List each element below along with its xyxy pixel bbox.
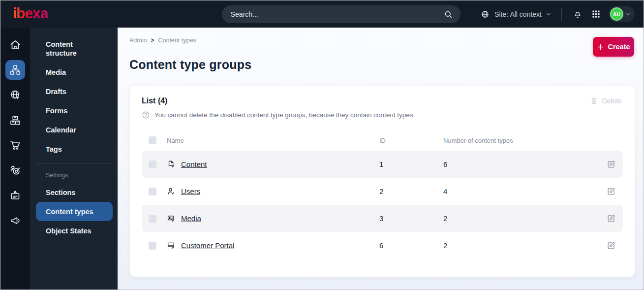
sidebar-menu: Content structure Media Drafts Forms Cal…: [30, 28, 118, 290]
row-count: 4: [443, 187, 596, 195]
campaign-megaphone-icon[interactable]: [5, 211, 25, 230]
media-image-icon: [167, 214, 176, 223]
delete-button[interactable]: Delete: [590, 97, 622, 105]
table-header-row: Name ID Number of content types: [142, 130, 623, 151]
notifications-bell-icon[interactable]: [572, 8, 583, 20]
settings-section-label: Settings: [36, 169, 113, 183]
group-link-users[interactable]: Users: [181, 187, 200, 195]
create-button-label: Create: [608, 43, 630, 51]
table-row: Content 1 6: [142, 151, 623, 178]
group-link-media[interactable]: Media: [181, 214, 201, 223]
search-icon[interactable]: [443, 9, 454, 20]
help-question-icon: [142, 111, 150, 119]
row-id: 6: [379, 241, 443, 250]
breadcrumb-admin[interactable]: Admin: [129, 37, 147, 44]
create-button[interactable]: Create: [593, 37, 634, 57]
row-count: 6: [443, 160, 596, 168]
app-grid-icon[interactable]: [590, 8, 602, 20]
search-input[interactable]: [231, 10, 443, 18]
ibexa-admin-window: ibexa Site: All context: [0, 0, 644, 290]
breadcrumb-content-types[interactable]: Content types: [158, 37, 196, 44]
content-type-groups-table: Name ID Number of content types: [142, 130, 623, 259]
menu-divider: [36, 163, 113, 164]
row-id: 3: [379, 214, 443, 223]
header-name: Name: [167, 137, 379, 144]
topbar-right-cluster: Site: All context AU: [480, 6, 635, 22]
sidebar-item-drafts[interactable]: Drafts: [36, 82, 113, 101]
table-row: Media 3 2: [142, 205, 623, 232]
table-row: Customer Portal 6 2: [142, 232, 623, 259]
breadcrumb-separator: >: [151, 37, 154, 44]
header-id: ID: [379, 137, 443, 144]
sidebar-item-object-states[interactable]: Object States: [36, 221, 113, 240]
ibexa-logo[interactable]: ibexa: [13, 6, 48, 23]
edit-icon[interactable]: [596, 214, 616, 223]
row-checkbox[interactable]: [149, 215, 156, 223]
sidebar-item-forms[interactable]: Forms: [36, 101, 113, 120]
badge-icon[interactable]: [5, 186, 25, 205]
icon-rail: [0, 28, 30, 290]
site-globe-icon[interactable]: [5, 85, 25, 105]
sidebar-item-media[interactable]: Media: [36, 63, 113, 82]
home-icon[interactable]: [5, 35, 25, 55]
products-boxes-icon[interactable]: [5, 110, 25, 130]
topbar: ibexa Site: All context: [0, 0, 644, 28]
select-all-checkbox[interactable]: [149, 136, 156, 144]
topbar-divider: [561, 8, 562, 21]
table-row: Users 2 4: [142, 178, 623, 205]
row-checkbox[interactable]: [149, 161, 156, 168]
breadcrumb: Admin > Content types: [129, 37, 635, 44]
chevron-down-icon: [546, 11, 552, 17]
personalization-target-icon[interactable]: [5, 161, 25, 180]
user-menu[interactable]: AU: [609, 6, 635, 22]
edit-icon[interactable]: [596, 160, 616, 169]
row-count: 2: [443, 241, 596, 250]
sidebar-item-calendar[interactable]: Calendar: [36, 120, 113, 139]
page-title: Content type groups: [129, 58, 635, 72]
globe-icon: [480, 9, 491, 20]
trash-icon: [590, 97, 598, 105]
users-person-icon: [167, 187, 176, 196]
avatar: AU: [610, 7, 623, 21]
customer-portal-monitor-icon: [167, 241, 176, 250]
info-row: You cannot delete the disabled content t…: [142, 111, 623, 119]
global-search[interactable]: [222, 5, 460, 23]
content-file-icon: [167, 160, 176, 169]
group-link-customer-portal[interactable]: Customer Portal: [181, 241, 234, 250]
group-link-content[interactable]: Content: [181, 160, 207, 168]
content-type-groups-card: List (4) You cannot delete the disabled …: [129, 85, 635, 277]
row-count: 2: [443, 214, 596, 223]
header-count: Number of content types: [443, 137, 596, 144]
row-checkbox[interactable]: [149, 242, 156, 250]
site-context-label: Site: All context: [494, 10, 542, 18]
sidebar-item-tags[interactable]: Tags: [36, 139, 113, 159]
info-text: You cannot delete the disabled content t…: [154, 111, 415, 119]
sidebar-item-content-types[interactable]: Content types: [36, 202, 113, 221]
list-title: List (4): [142, 97, 623, 105]
chevron-down-icon: [625, 11, 631, 17]
content-structure-icon[interactable]: [5, 60, 25, 80]
plus-icon: [597, 43, 604, 51]
commerce-cart-icon[interactable]: [5, 135, 25, 155]
row-checkbox[interactable]: [149, 188, 156, 195]
sidebar-item-sections[interactable]: Sections: [36, 183, 113, 202]
site-context-selector[interactable]: Site: All context: [480, 9, 552, 20]
row-id: 2: [379, 187, 443, 195]
edit-icon[interactable]: [596, 241, 616, 250]
sidebar-item-content-structure[interactable]: Content structure: [36, 34, 113, 63]
row-id: 1: [379, 160, 443, 168]
delete-button-label: Delete: [602, 97, 622, 105]
main-content: Admin > Content types Create Content typ…: [118, 28, 644, 290]
edit-icon[interactable]: [596, 187, 616, 196]
